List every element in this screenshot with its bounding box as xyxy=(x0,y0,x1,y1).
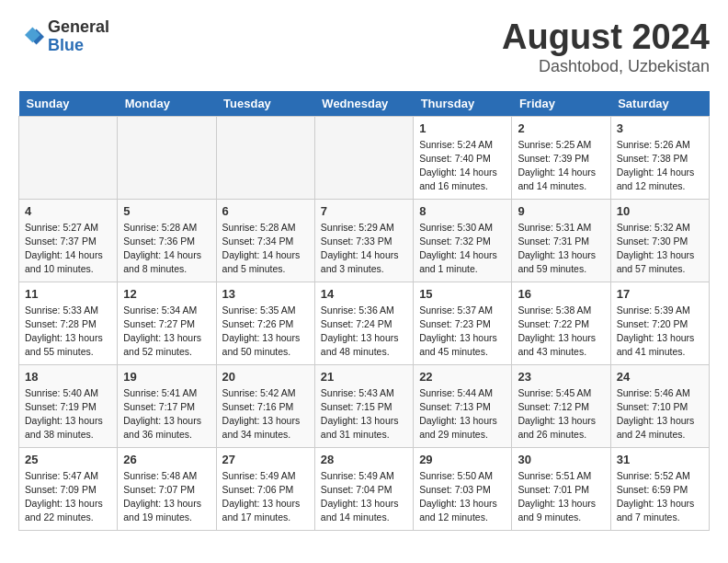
day-number: 26 xyxy=(123,453,210,466)
calendar-cell: 26Sunrise: 5:48 AMSunset: 7:07 PMDayligh… xyxy=(118,447,216,530)
day-number: 11 xyxy=(25,287,111,301)
day-number: 29 xyxy=(419,453,506,466)
calendar-table: SundayMondayTuesdayWednesdayThursdayFrid… xyxy=(18,91,710,531)
day-number: 10 xyxy=(617,204,703,218)
calendar-cell: 9Sunrise: 5:31 AMSunset: 7:31 PMDaylight… xyxy=(512,199,610,282)
logo-text: General Blue xyxy=(48,18,109,55)
calendar-cell: 31Sunrise: 5:52 AMSunset: 6:59 PMDayligh… xyxy=(610,447,709,530)
day-info: Sunrise: 5:49 AMSunset: 7:06 PMDaylight:… xyxy=(222,469,309,525)
weekday-header-sunday: Sunday xyxy=(19,91,118,117)
calendar-cell: 29Sunrise: 5:50 AMSunset: 7:03 PMDayligh… xyxy=(414,447,512,530)
calendar-cell xyxy=(19,116,118,199)
calendar-cell xyxy=(314,116,413,199)
day-number: 15 xyxy=(419,287,506,301)
day-info: Sunrise: 5:25 AMSunset: 7:39 PMDaylight:… xyxy=(518,138,604,194)
logo: General Blue xyxy=(18,18,109,55)
day-number: 3 xyxy=(617,121,703,135)
calendar-cell: 23Sunrise: 5:45 AMSunset: 7:12 PMDayligh… xyxy=(512,364,610,447)
day-number: 31 xyxy=(617,453,703,466)
calendar-cell: 30Sunrise: 5:51 AMSunset: 7:01 PMDayligh… xyxy=(512,447,610,530)
logo-general: General xyxy=(48,18,109,37)
logo-icon xyxy=(18,24,44,50)
day-number: 6 xyxy=(222,204,309,218)
calendar-cell: 19Sunrise: 5:41 AMSunset: 7:17 PMDayligh… xyxy=(118,364,216,447)
day-number: 19 xyxy=(123,370,210,384)
calendar-cell: 4Sunrise: 5:27 AMSunset: 7:37 PMDaylight… xyxy=(19,199,118,282)
calendar-cell: 10Sunrise: 5:32 AMSunset: 7:30 PMDayligh… xyxy=(610,199,709,282)
calendar-cell xyxy=(118,116,216,199)
calendar-week-row: 4Sunrise: 5:27 AMSunset: 7:37 PMDaylight… xyxy=(19,199,710,282)
day-number: 5 xyxy=(123,204,210,218)
weekday-header-wednesday: Wednesday xyxy=(314,91,413,117)
calendar-cell: 24Sunrise: 5:46 AMSunset: 7:10 PMDayligh… xyxy=(610,364,709,447)
day-info: Sunrise: 5:39 AMSunset: 7:20 PMDaylight:… xyxy=(617,304,703,360)
day-number: 17 xyxy=(617,287,703,301)
calendar-cell: 22Sunrise: 5:44 AMSunset: 7:13 PMDayligh… xyxy=(414,364,512,447)
day-info: Sunrise: 5:50 AMSunset: 7:03 PMDaylight:… xyxy=(419,469,506,525)
day-info: Sunrise: 5:42 AMSunset: 7:16 PMDaylight:… xyxy=(222,386,309,442)
day-info: Sunrise: 5:34 AMSunset: 7:27 PMDaylight:… xyxy=(123,304,210,360)
day-info: Sunrise: 5:40 AMSunset: 7:19 PMDaylight:… xyxy=(25,386,111,442)
day-number: 9 xyxy=(518,204,604,218)
day-info: Sunrise: 5:26 AMSunset: 7:38 PMDaylight:… xyxy=(617,138,703,194)
calendar-cell xyxy=(216,116,314,199)
day-info: Sunrise: 5:43 AMSunset: 7:15 PMDaylight:… xyxy=(321,386,407,442)
calendar-cell: 13Sunrise: 5:35 AMSunset: 7:26 PMDayligh… xyxy=(216,282,314,364)
day-info: Sunrise: 5:29 AMSunset: 7:33 PMDaylight:… xyxy=(321,221,407,277)
calendar-cell: 3Sunrise: 5:26 AMSunset: 7:38 PMDaylight… xyxy=(610,116,709,199)
calendar-title-block: August 2024 Dashtobod, Uzbekistan xyxy=(502,18,710,76)
day-number: 24 xyxy=(617,370,703,384)
day-number: 23 xyxy=(518,370,604,384)
day-number: 14 xyxy=(321,287,407,301)
day-number: 30 xyxy=(518,453,604,466)
day-info: Sunrise: 5:24 AMSunset: 7:40 PMDaylight:… xyxy=(419,138,506,194)
page-header: General Blue August 2024 Dashtobod, Uzbe… xyxy=(18,18,710,76)
weekday-header-friday: Friday xyxy=(512,91,610,117)
weekday-header-monday: Monday xyxy=(118,91,216,117)
calendar-cell: 2Sunrise: 5:25 AMSunset: 7:39 PMDaylight… xyxy=(512,116,610,199)
weekday-header-tuesday: Tuesday xyxy=(216,91,314,117)
day-number: 18 xyxy=(25,370,111,384)
day-info: Sunrise: 5:35 AMSunset: 7:26 PMDaylight:… xyxy=(222,304,309,360)
day-number: 1 xyxy=(419,121,506,135)
calendar-week-row: 11Sunrise: 5:33 AMSunset: 7:28 PMDayligh… xyxy=(19,282,710,364)
calendar-cell: 27Sunrise: 5:49 AMSunset: 7:06 PMDayligh… xyxy=(216,447,314,530)
day-number: 28 xyxy=(321,453,407,466)
day-info: Sunrise: 5:48 AMSunset: 7:07 PMDaylight:… xyxy=(123,469,210,525)
day-info: Sunrise: 5:44 AMSunset: 7:13 PMDaylight:… xyxy=(419,386,506,442)
day-number: 2 xyxy=(518,121,604,135)
day-info: Sunrise: 5:49 AMSunset: 7:04 PMDaylight:… xyxy=(321,469,407,525)
day-info: Sunrise: 5:31 AMSunset: 7:31 PMDaylight:… xyxy=(518,221,604,277)
calendar-cell: 14Sunrise: 5:36 AMSunset: 7:24 PMDayligh… xyxy=(314,282,413,364)
day-info: Sunrise: 5:45 AMSunset: 7:12 PMDaylight:… xyxy=(518,386,604,442)
day-info: Sunrise: 5:37 AMSunset: 7:23 PMDaylight:… xyxy=(419,304,506,360)
day-number: 13 xyxy=(222,287,309,301)
calendar-cell: 6Sunrise: 5:28 AMSunset: 7:34 PMDaylight… xyxy=(216,199,314,282)
day-info: Sunrise: 5:52 AMSunset: 6:59 PMDaylight:… xyxy=(617,469,703,525)
calendar-cell: 28Sunrise: 5:49 AMSunset: 7:04 PMDayligh… xyxy=(314,447,413,530)
calendar-cell: 1Sunrise: 5:24 AMSunset: 7:40 PMDaylight… xyxy=(414,116,512,199)
calendar-cell: 25Sunrise: 5:47 AMSunset: 7:09 PMDayligh… xyxy=(19,447,118,530)
day-info: Sunrise: 5:27 AMSunset: 7:37 PMDaylight:… xyxy=(25,221,111,277)
day-number: 25 xyxy=(25,453,111,466)
day-info: Sunrise: 5:30 AMSunset: 7:32 PMDaylight:… xyxy=(419,221,506,277)
calendar-cell: 16Sunrise: 5:38 AMSunset: 7:22 PMDayligh… xyxy=(512,282,610,364)
calendar-cell: 18Sunrise: 5:40 AMSunset: 7:19 PMDayligh… xyxy=(19,364,118,447)
day-number: 4 xyxy=(25,204,111,218)
day-number: 27 xyxy=(222,453,309,466)
day-info: Sunrise: 5:38 AMSunset: 7:22 PMDaylight:… xyxy=(518,304,604,360)
logo-blue: Blue xyxy=(48,37,109,55)
day-number: 7 xyxy=(321,204,407,218)
calendar-week-row: 1Sunrise: 5:24 AMSunset: 7:40 PMDaylight… xyxy=(19,116,710,199)
day-number: 12 xyxy=(123,287,210,301)
location-title: Dashtobod, Uzbekistan xyxy=(502,57,710,76)
day-number: 22 xyxy=(419,370,506,384)
calendar-cell: 21Sunrise: 5:43 AMSunset: 7:15 PMDayligh… xyxy=(314,364,413,447)
day-info: Sunrise: 5:32 AMSunset: 7:30 PMDaylight:… xyxy=(617,221,703,277)
weekday-header-thursday: Thursday xyxy=(414,91,512,117)
calendar-cell: 12Sunrise: 5:34 AMSunset: 7:27 PMDayligh… xyxy=(118,282,216,364)
weekday-header-saturday: Saturday xyxy=(610,91,709,117)
day-info: Sunrise: 5:41 AMSunset: 7:17 PMDaylight:… xyxy=(123,386,210,442)
calendar-cell: 15Sunrise: 5:37 AMSunset: 7:23 PMDayligh… xyxy=(414,282,512,364)
day-number: 20 xyxy=(222,370,309,384)
